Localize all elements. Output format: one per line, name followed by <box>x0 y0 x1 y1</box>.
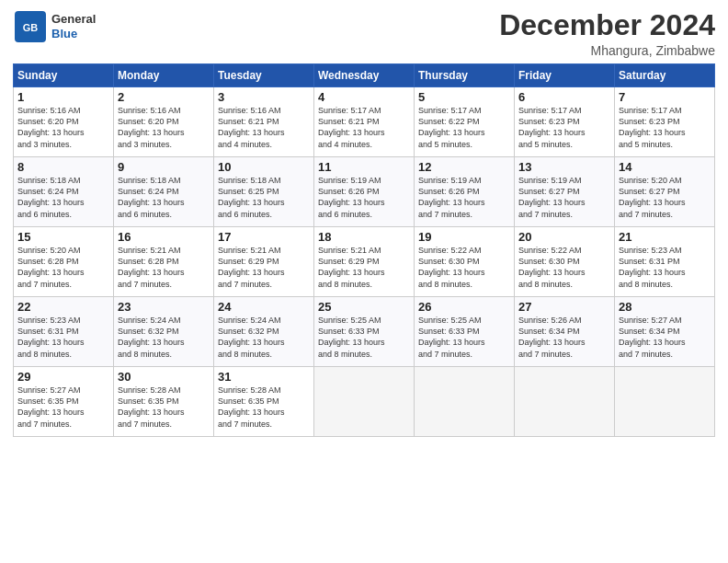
calendar-cell: 23Sunrise: 5:24 AMSunset: 6:32 PMDayligh… <box>114 297 214 367</box>
day-info: Sunrise: 5:17 AMSunset: 6:23 PMDaylight:… <box>619 105 711 150</box>
calendar-cell <box>515 367 615 437</box>
day-number: 20 <box>518 230 610 244</box>
day-info: Sunrise: 5:16 AMSunset: 6:21 PMDaylight:… <box>218 105 310 150</box>
calendar-cell <box>415 367 515 437</box>
calendar-cell: 26Sunrise: 5:25 AMSunset: 6:33 PMDayligh… <box>415 297 515 367</box>
day-info: Sunrise: 5:22 AMSunset: 6:30 PMDaylight:… <box>518 245 610 290</box>
logo-general: General <box>51 12 96 26</box>
calendar-cell: 1Sunrise: 5:16 AMSunset: 6:20 PMDaylight… <box>14 87 114 157</box>
calendar-cell: 29Sunrise: 5:27 AMSunset: 6:35 PMDayligh… <box>14 367 114 437</box>
calendar-cell: 28Sunrise: 5:27 AMSunset: 6:34 PMDayligh… <box>615 297 715 367</box>
calendar-cell: 5Sunrise: 5:17 AMSunset: 6:22 PMDaylight… <box>415 87 515 157</box>
day-number: 13 <box>518 160 610 174</box>
calendar-cell: 24Sunrise: 5:24 AMSunset: 6:32 PMDayligh… <box>214 297 314 367</box>
calendar-cell: 25Sunrise: 5:25 AMSunset: 6:33 PMDayligh… <box>314 297 415 367</box>
day-number: 26 <box>418 300 510 314</box>
logo-blue: Blue <box>51 27 77 40</box>
day-number: 22 <box>17 300 109 314</box>
day-number: 29 <box>17 370 109 384</box>
calendar-header-row: Sunday Monday Tuesday Wednesday Thursday… <box>14 64 715 87</box>
calendar-cell: 2Sunrise: 5:16 AMSunset: 6:20 PMDaylight… <box>114 87 214 157</box>
day-info: Sunrise: 5:21 AMSunset: 6:28 PMDaylight:… <box>118 245 210 290</box>
day-number: 18 <box>318 230 410 244</box>
day-number: 10 <box>218 160 310 174</box>
calendar-cell: 6Sunrise: 5:17 AMSunset: 6:23 PMDaylight… <box>515 87 615 157</box>
day-info: Sunrise: 5:19 AMSunset: 6:26 PMDaylight:… <box>418 175 510 220</box>
day-number: 8 <box>17 160 109 174</box>
day-info: Sunrise: 5:17 AMSunset: 6:21 PMDaylight:… <box>318 105 410 150</box>
day-number: 17 <box>218 230 310 244</box>
calendar-cell: 19Sunrise: 5:22 AMSunset: 6:30 PMDayligh… <box>415 227 515 297</box>
day-number: 3 <box>218 90 310 104</box>
day-number: 6 <box>518 90 610 104</box>
day-info: Sunrise: 5:23 AMSunset: 6:31 PMDaylight:… <box>17 315 109 360</box>
header: GB General Blue December 2024 Mhangura, … <box>13 9 715 58</box>
day-number: 27 <box>518 300 610 314</box>
day-number: 1 <box>17 90 109 104</box>
day-info: Sunrise: 5:26 AMSunset: 6:34 PMDaylight:… <box>518 315 610 360</box>
day-number: 19 <box>418 230 510 244</box>
calendar-cell: 11Sunrise: 5:19 AMSunset: 6:26 PMDayligh… <box>314 157 415 227</box>
day-number: 24 <box>218 300 310 314</box>
day-info: Sunrise: 5:25 AMSunset: 6:33 PMDaylight:… <box>318 315 410 360</box>
day-info: Sunrise: 5:21 AMSunset: 6:29 PMDaylight:… <box>218 245 310 290</box>
col-wednesday: Wednesday <box>314 64 415 87</box>
day-number: 15 <box>17 230 109 244</box>
day-number: 9 <box>118 160 210 174</box>
col-saturday: Saturday <box>615 64 715 87</box>
calendar-cell: 18Sunrise: 5:21 AMSunset: 6:29 PMDayligh… <box>314 227 415 297</box>
calendar-cell: 4Sunrise: 5:17 AMSunset: 6:21 PMDaylight… <box>314 87 415 157</box>
calendar-cell: 12Sunrise: 5:19 AMSunset: 6:26 PMDayligh… <box>415 157 515 227</box>
calendar-week-row: 22Sunrise: 5:23 AMSunset: 6:31 PMDayligh… <box>14 297 715 367</box>
day-number: 11 <box>318 160 410 174</box>
day-info: Sunrise: 5:28 AMSunset: 6:35 PMDaylight:… <box>118 385 210 430</box>
calendar-cell: 13Sunrise: 5:19 AMSunset: 6:27 PMDayligh… <box>515 157 615 227</box>
day-number: 2 <box>118 90 210 104</box>
day-info: Sunrise: 5:17 AMSunset: 6:22 PMDaylight:… <box>418 105 510 150</box>
day-number: 23 <box>118 300 210 314</box>
calendar-week-row: 8Sunrise: 5:18 AMSunset: 6:24 PMDaylight… <box>14 157 715 227</box>
day-number: 30 <box>118 370 210 384</box>
month-title: December 2024 <box>499 9 715 41</box>
calendar-cell: 9Sunrise: 5:18 AMSunset: 6:24 PMDaylight… <box>114 157 214 227</box>
day-info: Sunrise: 5:16 AMSunset: 6:20 PMDaylight:… <box>17 105 109 150</box>
calendar-cell: 27Sunrise: 5:26 AMSunset: 6:34 PMDayligh… <box>515 297 615 367</box>
day-info: Sunrise: 5:25 AMSunset: 6:33 PMDaylight:… <box>418 315 510 360</box>
col-friday: Friday <box>515 64 615 87</box>
calendar-week-row: 1Sunrise: 5:16 AMSunset: 6:20 PMDaylight… <box>14 87 715 157</box>
day-info: Sunrise: 5:24 AMSunset: 6:32 PMDaylight:… <box>118 315 210 360</box>
day-info: Sunrise: 5:23 AMSunset: 6:31 PMDaylight:… <box>619 245 711 290</box>
day-info: Sunrise: 5:18 AMSunset: 6:24 PMDaylight:… <box>17 175 109 220</box>
day-info: Sunrise: 5:18 AMSunset: 6:24 PMDaylight:… <box>118 175 210 220</box>
day-info: Sunrise: 5:24 AMSunset: 6:32 PMDaylight:… <box>218 315 310 360</box>
day-info: Sunrise: 5:20 AMSunset: 6:28 PMDaylight:… <box>17 245 109 290</box>
calendar-cell: 30Sunrise: 5:28 AMSunset: 6:35 PMDayligh… <box>114 367 214 437</box>
day-info: Sunrise: 5:16 AMSunset: 6:20 PMDaylight:… <box>118 105 210 150</box>
col-monday: Monday <box>114 64 214 87</box>
location: Mhangura, Zimbabwe <box>499 43 715 58</box>
day-number: 14 <box>619 160 711 174</box>
calendar-cell: 20Sunrise: 5:22 AMSunset: 6:30 PMDayligh… <box>515 227 615 297</box>
title-block: December 2024 Mhangura, Zimbabwe <box>499 9 715 58</box>
calendar-cell: 21Sunrise: 5:23 AMSunset: 6:31 PMDayligh… <box>615 227 715 297</box>
day-number: 16 <box>118 230 210 244</box>
day-number: 31 <box>218 370 310 384</box>
calendar-cell: 3Sunrise: 5:16 AMSunset: 6:21 PMDaylight… <box>214 87 314 157</box>
calendar-cell <box>615 367 715 437</box>
calendar-cell: 15Sunrise: 5:20 AMSunset: 6:28 PMDayligh… <box>14 227 114 297</box>
calendar-cell: 8Sunrise: 5:18 AMSunset: 6:24 PMDaylight… <box>14 157 114 227</box>
calendar-week-row: 29Sunrise: 5:27 AMSunset: 6:35 PMDayligh… <box>14 367 715 437</box>
calendar-cell: 10Sunrise: 5:18 AMSunset: 6:25 PMDayligh… <box>214 157 314 227</box>
logo: GB General Blue <box>13 9 96 44</box>
day-number: 5 <box>418 90 510 104</box>
calendar-cell: 17Sunrise: 5:21 AMSunset: 6:29 PMDayligh… <box>214 227 314 297</box>
day-info: Sunrise: 5:27 AMSunset: 6:35 PMDaylight:… <box>17 385 109 430</box>
day-number: 7 <box>619 90 711 104</box>
day-number: 4 <box>318 90 410 104</box>
col-thursday: Thursday <box>415 64 515 87</box>
calendar-cell: 16Sunrise: 5:21 AMSunset: 6:28 PMDayligh… <box>114 227 214 297</box>
day-number: 28 <box>619 300 711 314</box>
calendar-cell: 31Sunrise: 5:28 AMSunset: 6:35 PMDayligh… <box>214 367 314 437</box>
calendar-cell: 14Sunrise: 5:20 AMSunset: 6:27 PMDayligh… <box>615 157 715 227</box>
col-tuesday: Tuesday <box>214 64 314 87</box>
